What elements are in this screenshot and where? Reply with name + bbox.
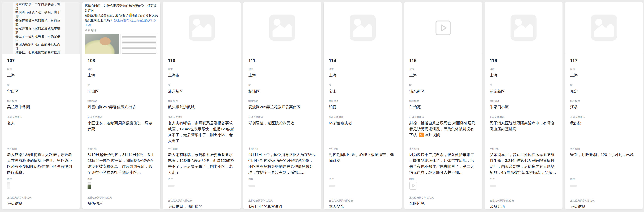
field-district-label: 区 xyxy=(168,84,236,87)
field-address-label: 地址描述 xyxy=(490,99,557,103)
image-placeholder-icon xyxy=(189,15,215,41)
image-thumbnail-area xyxy=(88,182,155,192)
field-direct-value: 身边信息 xyxy=(570,204,638,209)
field-district-label: 区 xyxy=(7,84,75,87)
field-city-label: 城市 xyxy=(409,68,477,71)
field-event-label: 事件介绍 xyxy=(168,147,236,150)
field-deceased: 死者大体描述 我奶奶 xyxy=(570,115,638,144)
weibo-post-images xyxy=(85,34,158,54)
image-thumbnail-area xyxy=(248,184,316,195)
field-direct-value: 身边信息 xyxy=(88,201,155,207)
field-city-value: 上海市 xyxy=(168,72,236,78)
field-image-label: 图片 xyxy=(329,177,396,181)
field-deceased: 死者大体描述 死于浦东医院新冠隔离治疗中，有肾衰高血压封基础病 xyxy=(490,115,557,144)
field-district-label: 区 xyxy=(88,84,155,87)
image-thumbnail[interactable] xyxy=(168,184,174,187)
field-direct-value: 我们小区的真实事件 xyxy=(248,204,316,209)
record-card[interactable]: 110 城市 上海市 区 浦东新区 地址描述 航头镇鹤沙航城 死者大体描述 老人… xyxy=(162,2,241,209)
field-event: 事件介绍 4月11日上午，这位消毒防疫人员在给我们小区封控楼做消杀的时候突然晕倒… xyxy=(248,147,316,175)
image-placeholder-icon xyxy=(510,15,536,41)
card-cover xyxy=(404,2,482,54)
field-address-label: 地址描述 xyxy=(7,99,75,103)
field-address-value: 江桥 xyxy=(570,104,638,110)
field-direct-label: 直接信息还是间接信息 xyxy=(409,196,477,199)
field-deceased-label: 死者大体描述 xyxy=(7,115,75,119)
field-address: 地址描述 航头镇鹤沙航城 xyxy=(168,99,236,110)
card-cover xyxy=(163,2,241,54)
field-event-label: 事件介绍 xyxy=(88,147,155,150)
card-cover xyxy=(484,2,562,54)
card-body: 116 城市 上海 区 浦东新区 地址描述 朱家门小区 死者大体描述 死于浦东医… xyxy=(484,58,562,209)
field-deceased-value: 封控，跳楼自杀当场死亡 对面楼邻居只看见听见现场情况，因为集体被封没有下楼 有照… xyxy=(409,120,477,144)
field-district: 区 浦东新区 xyxy=(409,84,477,94)
field-district-label: 区 xyxy=(490,84,557,87)
field-image: 图片 xyxy=(168,177,236,195)
field-city: 城市 上海 xyxy=(329,68,396,78)
field-image-label: 图片 xyxy=(490,177,557,181)
image-thumbnail-area xyxy=(570,184,638,195)
field-district-value: 浦东新区 xyxy=(409,88,477,94)
field-event: 事件介绍 因为凌晨十二点自杀，很久救护车来了可能看到现场死了，尸体留在原地，后来… xyxy=(409,147,477,175)
field-city-value: 上海 xyxy=(7,72,75,78)
record-card[interactable]: 分左右联系上中华西居委会，通过 微信语音确认了这一事实。由于需 要保护患者家属的… xyxy=(2,2,80,209)
field-district: 区 浦东新区 xyxy=(490,84,557,94)
field-image-label: 图片 xyxy=(409,177,477,181)
field-direct-label: 直接信息还是间接信息 xyxy=(329,199,396,202)
record-id: 115 xyxy=(409,58,477,64)
field-deceased-value: 晕倒昏迷，送医院抢救无效 xyxy=(248,120,316,144)
view-translation-link[interactable]: 查看翻译 xyxy=(85,28,158,32)
field-city-label: 城市 xyxy=(7,68,75,71)
field-deceased-value: 我奶奶 xyxy=(570,120,638,144)
field-deceased-label: 死者大体描述 xyxy=(329,115,396,119)
field-deceased-value: 小区保安，连续两周高强度值班，导致猝死 xyxy=(88,120,155,144)
field-address-label: 地址描述 xyxy=(329,99,396,103)
field-direct-label: 直接信息还是间接信息 xyxy=(88,196,155,199)
field-address-label: 地址描述 xyxy=(168,99,236,103)
image-thumbnail-area xyxy=(7,182,75,192)
field-address: 地址描述 江桥 xyxy=(570,99,638,110)
field-event-label: 事件介绍 xyxy=(7,147,75,150)
field-event-label: 事件介绍 xyxy=(490,147,557,150)
field-event-value: 3月9日起开始封控，3月14日解封。3月23日又一轮封控开始，期间这位保安始终没… xyxy=(88,152,155,175)
image-thumbnails[interactable] xyxy=(88,182,91,189)
field-district: 区 浦东新区 xyxy=(168,84,236,94)
record-card[interactable]: 111 城市 上海 区 杨浦区 地址描述 安波路265弄兰花教师公寓南区 死者大… xyxy=(243,2,322,209)
image-thumbnail[interactable] xyxy=(248,184,255,187)
record-card[interactable]: 117 城市 上海 区 嘉定 地址描述 江桥 死者大体描述 我奶奶 事件介绍 昏… xyxy=(565,2,643,209)
field-image-label: 图片 xyxy=(7,177,75,181)
card-body: 107 城市 上海 区 宝山区 地址描述 美兰湖中华园 死者大体描述 老人 事件… xyxy=(2,58,80,207)
field-direct: 直接信息还是间接信息 身边信息 xyxy=(7,196,75,207)
field-event: 事件介绍 昏迷，呼吸微弱，120半小时到，已晚。 xyxy=(570,147,638,175)
field-address: 地址描述 丹霞山路257弄馨佳园八街坊 xyxy=(88,99,155,110)
image-thumbnail-area xyxy=(409,182,477,192)
card-body: 114 城市 上海 区 宝山 地址描述 铂庭 死者大体描述 65岁癌症患者 事件… xyxy=(324,58,402,209)
field-direct-value: 亲身经历 xyxy=(490,204,557,209)
field-event-label: 事件介绍 xyxy=(329,147,396,150)
field-city-value: 上海 xyxy=(88,72,155,78)
record-id: 108 xyxy=(88,58,155,64)
field-city-value: 上海 xyxy=(409,72,477,78)
image-thumbnail[interactable] xyxy=(329,184,336,187)
record-id: 111 xyxy=(248,58,316,64)
field-district-value: 浦东新区 xyxy=(490,88,557,94)
record-card[interactable]: 115 城市 上海 区 浦东新区 地址描述 仁怡苑 死者大体描述 封控，跳楼自杀… xyxy=(404,2,482,209)
image-thumbnail[interactable] xyxy=(490,184,496,187)
record-id: 116 xyxy=(490,58,557,64)
image-thumbnail[interactable] xyxy=(570,184,577,187)
card-body: 110 城市 上海市 区 浦东新区 地址描述 航头镇鹤沙航城 死者大体描述 老人… xyxy=(163,58,241,209)
image-thumbnail-area xyxy=(168,184,236,195)
crying-emoji xyxy=(129,13,132,17)
image-placeholder-icon xyxy=(591,15,617,41)
record-card[interactable]: 运输有时间，为什么跟居委会的60的菜能到，还好多是烂的 别的区都已经分发过几批物… xyxy=(82,2,160,209)
image-thumbnail[interactable] xyxy=(7,182,10,189)
field-direct-label: 直接信息还是间接信息 xyxy=(168,199,236,202)
record-card[interactable]: 114 城市 上海 区 宝山 地址描述 铂庭 死者大体描述 65岁癌症患者 事件… xyxy=(324,2,402,209)
card-grid: 分左右联系上中华西居委会，通过 微信语音确认了这一事实。由于需 要保护患者家属的… xyxy=(2,2,643,209)
record-card[interactable]: 116 城市 上海 区 浦东新区 地址描述 朱家门小区 死者大体描述 死于浦东医… xyxy=(484,2,563,209)
field-deceased-value: 死于浦东医院新冠隔离治疗中，有肾衰高血压封基础病 xyxy=(490,120,557,144)
image-thumbnail-area xyxy=(329,184,396,195)
field-city: 城市 上海市 xyxy=(168,68,236,78)
has-media-tag: 有 xyxy=(419,133,424,137)
field-district-label: 区 xyxy=(329,84,396,87)
video-thumbnail[interactable] xyxy=(409,182,417,190)
